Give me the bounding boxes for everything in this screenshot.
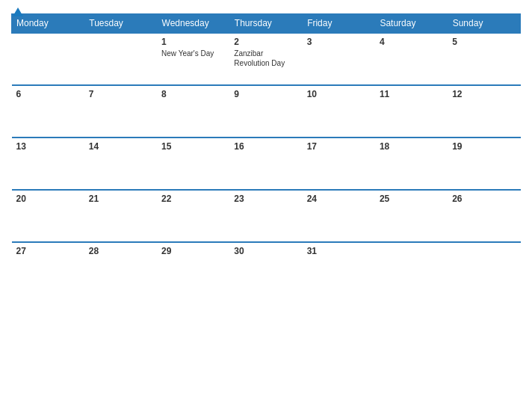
day-cell: 5 xyxy=(448,33,520,85)
day-cell xyxy=(375,242,448,294)
day-cell xyxy=(448,242,520,294)
day-number: 4 xyxy=(380,37,443,47)
week-row: 20212223242526 xyxy=(12,190,521,242)
day-number: 11 xyxy=(380,89,443,99)
weekday-header: Thursday xyxy=(229,14,302,34)
day-cell: 21 xyxy=(84,190,157,242)
weekday-header: Sunday xyxy=(448,14,520,34)
day-cell: 6 xyxy=(12,85,84,137)
week-row: 6789101112 xyxy=(12,85,521,137)
day-number: 27 xyxy=(16,246,80,256)
day-number: 22 xyxy=(161,194,225,204)
day-number: 9 xyxy=(234,89,297,99)
event-label: Zanzibar xyxy=(234,49,263,58)
day-number: 19 xyxy=(452,141,516,152)
calendar-body: 1New Year's Day2ZanzibarRevolution Day34… xyxy=(12,33,521,294)
day-number: 17 xyxy=(307,141,371,152)
page: MondayTuesdayWednesdayThursdayFridaySatu… xyxy=(0,0,532,411)
day-number: 16 xyxy=(234,141,297,152)
day-cell: 19 xyxy=(448,137,520,190)
day-cell: 9 xyxy=(229,85,302,137)
day-cell: 3 xyxy=(303,33,375,85)
week-row: 13141516171819 xyxy=(12,137,521,190)
day-cell: 15 xyxy=(157,137,229,190)
event-label: New Year's Day xyxy=(161,49,214,58)
week-row: 1New Year's Day2ZanzibarRevolution Day34… xyxy=(12,33,521,85)
day-cell: 2ZanzibarRevolution Day xyxy=(229,33,302,85)
weekday-header: Saturday xyxy=(375,14,448,34)
day-cell: 1New Year's Day xyxy=(157,33,229,85)
day-cell: 26 xyxy=(448,190,520,242)
weekday-header: Tuesday xyxy=(84,14,157,34)
weekday-row: MondayTuesdayWednesdayThursdayFridaySatu… xyxy=(12,14,521,34)
logo xyxy=(11,7,23,18)
day-cell: 12 xyxy=(448,85,520,137)
day-cell: 10 xyxy=(303,85,375,137)
day-number: 2 xyxy=(234,37,297,47)
day-number: 15 xyxy=(161,141,225,152)
day-cell: 29 xyxy=(157,242,229,294)
day-number: 23 xyxy=(234,194,297,204)
day-number: 29 xyxy=(161,246,225,256)
day-number: 18 xyxy=(380,141,443,152)
week-row: 2728293031 xyxy=(12,242,521,294)
calendar-header: MondayTuesdayWednesdayThursdayFridaySatu… xyxy=(12,14,521,34)
event-label: Revolution Day xyxy=(234,59,285,67)
calendar-table: MondayTuesdayWednesdayThursdayFridaySatu… xyxy=(11,13,521,294)
day-cell: 17 xyxy=(303,137,375,190)
day-number: 14 xyxy=(89,141,152,152)
day-number: 20 xyxy=(16,194,80,204)
day-number: 30 xyxy=(234,246,297,256)
day-cell: 22 xyxy=(157,190,229,242)
day-number: 5 xyxy=(452,37,516,47)
day-number: 24 xyxy=(307,194,371,204)
day-number: 26 xyxy=(452,194,516,204)
weekday-header: Wednesday xyxy=(157,14,229,34)
day-cell: 8 xyxy=(157,85,229,137)
day-number: 8 xyxy=(161,89,225,99)
day-number: 31 xyxy=(307,246,371,256)
day-cell: 24 xyxy=(303,190,375,242)
day-number: 1 xyxy=(161,37,225,47)
day-cell: 30 xyxy=(229,242,302,294)
day-number: 21 xyxy=(89,194,152,204)
day-cell: 18 xyxy=(375,137,448,190)
day-cell: 11 xyxy=(375,85,448,137)
day-cell: 27 xyxy=(12,242,84,294)
day-number: 7 xyxy=(89,89,152,99)
day-number: 28 xyxy=(89,246,152,256)
day-cell: 7 xyxy=(84,85,157,137)
day-cell: 14 xyxy=(84,137,157,190)
day-cell: 25 xyxy=(375,190,448,242)
day-number: 3 xyxy=(307,37,371,47)
day-cell xyxy=(12,33,84,85)
logo-blue-text xyxy=(11,7,23,18)
day-number: 25 xyxy=(380,194,443,204)
day-cell: 20 xyxy=(12,190,84,242)
day-cell: 16 xyxy=(229,137,302,190)
day-number: 10 xyxy=(307,89,371,99)
day-number: 13 xyxy=(16,141,80,152)
day-cell: 13 xyxy=(12,137,84,190)
weekday-header: Friday xyxy=(303,14,375,34)
day-cell: 31 xyxy=(303,242,375,294)
day-number: 12 xyxy=(452,89,516,99)
day-cell: 4 xyxy=(375,33,448,85)
logo-triangle-icon xyxy=(13,7,23,16)
day-number: 6 xyxy=(16,89,80,99)
day-cell: 28 xyxy=(84,242,157,294)
day-cell: 23 xyxy=(229,190,302,242)
day-cell xyxy=(84,33,157,85)
